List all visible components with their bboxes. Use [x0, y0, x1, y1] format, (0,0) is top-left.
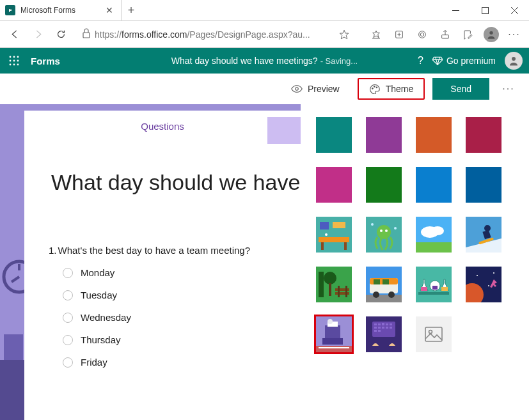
svg-point-26 — [372, 88, 373, 89]
theme-color-3[interactable] — [416, 117, 452, 153]
app-launcher-button[interactable] — [4, 51, 24, 71]
favorite-button[interactable] — [333, 24, 355, 45]
theme-button[interactable]: Theme — [358, 78, 425, 100]
browser-toolbar: https://forms.office.com/Pages/DesignPag… — [0, 21, 529, 48]
space-theme[interactable] — [466, 267, 501, 302]
svg-point-14 — [489, 31, 493, 34]
room-theme[interactable] — [316, 217, 352, 253]
theme-color-2[interactable] — [366, 117, 402, 153]
address-bar[interactable]: https://forms.office.com/Pages/DesignPag… — [78, 25, 359, 44]
browser-more-button[interactable]: ··· — [503, 24, 525, 45]
command-bar: Preview Theme Send ··· — [0, 74, 529, 104]
option-thursday[interactable]: Thursday — [63, 334, 301, 345]
park-theme[interactable] — [316, 267, 352, 302]
svg-point-43 — [380, 229, 383, 232]
svg-marker-6 — [373, 31, 380, 38]
svg-point-40 — [325, 233, 328, 236]
form-preview-panel: Questions What day should we have 1. Wha… — [0, 104, 301, 420]
svg-point-20 — [17, 60, 19, 62]
svg-rect-103 — [378, 330, 381, 332]
svg-point-12 — [419, 31, 426, 38]
share-button[interactable] — [434, 24, 456, 45]
header-form-title: What day should we have meetings? — [171, 56, 318, 66]
radio-icon — [63, 268, 73, 278]
svg-point-81 — [493, 272, 494, 274]
forward-button[interactable] — [27, 24, 49, 45]
help-button[interactable]: ? — [418, 55, 423, 66]
svg-point-17 — [17, 56, 19, 58]
theme-color-7[interactable] — [416, 167, 452, 203]
svg-rect-96 — [390, 323, 392, 325]
option-wednesday[interactable]: Wednesday — [63, 312, 301, 323]
svg-rect-104 — [382, 323, 384, 325]
option-tuesday[interactable]: Tuesday — [63, 290, 301, 300]
svg-point-28 — [376, 87, 377, 88]
svg-rect-62 — [338, 286, 340, 297]
svg-point-24 — [512, 57, 516, 61]
browser-tab[interactable]: F Microsoft Forms ✕ — [0, 0, 122, 20]
svg-rect-39 — [344, 242, 347, 250]
octopus-theme[interactable] — [366, 217, 402, 253]
question-number: 1. — [49, 245, 57, 256]
upload-theme-button[interactable] — [416, 316, 452, 352]
svg-point-58 — [324, 272, 336, 284]
responses-tab-preview[interactable] — [267, 117, 301, 144]
svg-rect-37 — [319, 237, 349, 242]
favorites-list-button[interactable] — [365, 24, 387, 45]
svg-rect-33 — [0, 360, 24, 420]
send-button[interactable]: Send — [432, 78, 489, 100]
option-monday[interactable]: Monday — [63, 267, 301, 278]
diamond-icon — [432, 56, 443, 65]
theme-color-5[interactable] — [316, 167, 352, 203]
svg-rect-36 — [333, 222, 345, 228]
svg-rect-59 — [329, 283, 331, 296]
svg-rect-97 — [374, 327, 377, 329]
question-1[interactable]: 1. What's the best day to have a team me… — [49, 245, 301, 368]
keyboard-theme[interactable] — [366, 316, 402, 352]
more-button[interactable]: ··· — [497, 83, 520, 95]
theme-color-1[interactable] — [316, 117, 352, 153]
svg-rect-88 — [322, 338, 343, 345]
theme-color-6[interactable] — [366, 167, 402, 203]
user-avatar[interactable] — [505, 52, 523, 70]
svg-rect-101 — [390, 327, 392, 329]
premium-button[interactable]: Go premium — [432, 56, 496, 66]
svg-rect-99 — [382, 327, 384, 329]
snowboard-theme[interactable] — [466, 217, 501, 253]
window-close-button[interactable] — [500, 0, 529, 20]
svg-rect-4 — [83, 33, 90, 38]
option-friday[interactable]: Friday — [63, 357, 301, 368]
svg-rect-77 — [441, 287, 448, 291]
svg-rect-57 — [319, 272, 324, 297]
browser-titlebar: F Microsoft Forms ✕ + — [0, 0, 529, 21]
svg-rect-102 — [374, 330, 377, 332]
form-title-area[interactable]: What day should we have meetings? - Savi… — [171, 56, 358, 66]
window-minimize-button[interactable] — [441, 0, 470, 20]
collections-button[interactable] — [388, 24, 410, 45]
refresh-button[interactable] — [50, 24, 72, 45]
svg-rect-74 — [421, 287, 427, 291]
preview-button[interactable]: Preview — [281, 78, 350, 100]
questions-tab[interactable]: Questions — [24, 111, 301, 139]
svg-point-45 — [371, 223, 374, 226]
van-theme[interactable] — [366, 267, 402, 302]
notes-button[interactable] — [457, 24, 479, 45]
cloud-theme[interactable] — [416, 217, 452, 253]
extension-button[interactable] — [411, 24, 433, 45]
profile-avatar[interactable] — [480, 24, 502, 45]
theme-color-8[interactable] — [466, 167, 501, 203]
form-title[interactable]: What day should we have — [51, 170, 301, 195]
typewriter-theme[interactable] — [316, 316, 352, 352]
svg-point-19 — [13, 60, 15, 62]
back-button[interactable] — [4, 24, 26, 45]
svg-rect-1 — [482, 7, 488, 13]
new-tab-button[interactable]: + — [122, 4, 141, 17]
brand-label[interactable]: Forms — [31, 56, 60, 66]
theme-color-4[interactable] — [466, 117, 501, 153]
palette-icon — [369, 84, 381, 94]
window-maximize-button[interactable] — [470, 0, 500, 20]
close-tab-button[interactable]: ✕ — [104, 5, 114, 15]
option-label: Tuesday — [81, 290, 117, 300]
flasks-theme[interactable] — [416, 267, 452, 302]
svg-rect-69 — [383, 279, 389, 284]
